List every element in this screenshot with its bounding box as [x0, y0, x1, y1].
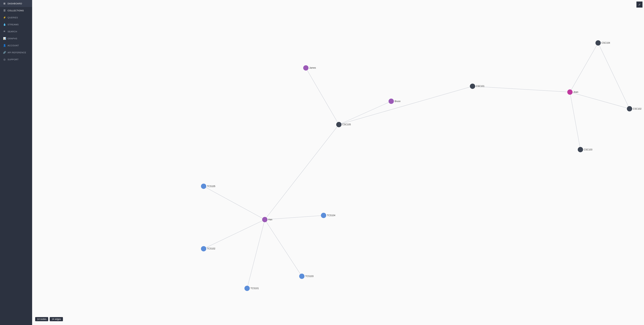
- node-label-Bruce: Bruce: [394, 100, 400, 102]
- node-circle-CSC105: [336, 122, 342, 127]
- node-label-CSC105: CSC105: [342, 123, 351, 126]
- sidebar-label-api-reference: API REFERENCE: [8, 52, 26, 54]
- sidebar-label-graphs: GRAPHS: [8, 38, 17, 40]
- edge-CSC104-CSC102: [598, 43, 630, 109]
- sidebar-label-search: SEARCH: [8, 30, 17, 33]
- edge-James-CSC105: [306, 68, 339, 124]
- node-label-CSC102: CSC102: [633, 108, 642, 110]
- node-circle-CSC103: [578, 147, 583, 152]
- sidebar-label-collections: COLLECTIONS: [8, 10, 24, 12]
- node-circle-TCS104: [321, 213, 326, 218]
- expand-button[interactable]: ⤢: [636, 2, 642, 8]
- node-James[interactable]: James: [303, 65, 316, 70]
- node-circle-James: [303, 65, 308, 70]
- dashboard-icon: ⊞: [3, 2, 6, 5]
- sidebar-item-collections[interactable]: ☰ COLLECTIONS: [0, 7, 32, 14]
- node-TCS104[interactable]: TCS104: [321, 213, 335, 218]
- node-CSC105[interactable]: CSC105: [336, 122, 351, 127]
- graph-canvas: JamesBruceCSC105CSC101JeanCSC104CSC102CS…: [32, 0, 644, 325]
- sidebar-item-search[interactable]: 👁 SEARCH: [0, 28, 32, 35]
- queries-icon: ⚡: [3, 16, 6, 19]
- edge-Jean-CSC104: [570, 43, 598, 92]
- node-circle-TCS103: [299, 274, 304, 279]
- edge-Jean-CSC103: [570, 92, 580, 150]
- node-CSC102[interactable]: CSC102: [627, 106, 642, 112]
- node-circle-CSC101: [470, 84, 475, 89]
- node-circle-CSC104: [596, 40, 601, 46]
- api-reference-icon: 🔗: [3, 51, 6, 54]
- node-label-TCS102: TCS102: [207, 247, 215, 250]
- node-label-Han: Han: [268, 218, 272, 221]
- node-TCS101[interactable]: TCS101: [244, 286, 259, 291]
- edge-CSC105-CSC101: [339, 86, 472, 124]
- sidebar-item-queries[interactable]: ⚡ QUERIES: [0, 14, 32, 21]
- support-icon: ◎: [3, 58, 6, 61]
- sidebar-label-dashboard: DASHBOARD: [8, 2, 22, 5]
- nodes-badge: 14 nodes: [35, 317, 48, 321]
- edge-CSC101-Jean: [472, 86, 570, 92]
- node-circle-TCS101: [244, 286, 250, 291]
- node-CSC104[interactable]: CSC104: [596, 40, 610, 46]
- node-label-CSC103: CSC103: [584, 148, 592, 151]
- graph-svg: JamesBruceCSC105CSC101JeanCSC104CSC102CS…: [32, 0, 644, 325]
- node-circle-TCS102: [201, 246, 206, 251]
- sidebar-label-queries: QUERIES: [8, 16, 18, 19]
- node-TCS102[interactable]: TCS102: [201, 246, 215, 251]
- edges-badge: 14 edges: [50, 317, 63, 321]
- node-circle-Jean: [567, 90, 572, 95]
- sidebar-label-streams: STREAMS: [8, 24, 19, 26]
- node-circle-Han: [262, 217, 268, 222]
- node-circle-Bruce: [388, 99, 394, 104]
- node-CSC103[interactable]: CSC103: [578, 147, 592, 152]
- expand-icon: ⤢: [638, 3, 640, 6]
- node-TCS103[interactable]: TCS103: [299, 274, 314, 279]
- search-icon: 👁: [3, 30, 6, 33]
- edge-Bruce-CSC105: [339, 101, 391, 124]
- edge-Han-TCS103: [265, 220, 302, 276]
- node-CSC101[interactable]: CSC101: [470, 84, 485, 89]
- edge-Han-TCS102: [204, 220, 265, 249]
- stats-bar: 14 nodes 14 edges: [35, 317, 63, 321]
- node-circle-TCS105: [201, 184, 206, 189]
- node-label-TCS101: TCS101: [250, 287, 259, 290]
- node-label-TCS105: TCS105: [207, 185, 215, 188]
- graphs-icon: 📊: [3, 37, 6, 40]
- node-circle-CSC102: [627, 106, 632, 112]
- sidebar-item-streams[interactable]: 💧 STREAMS: [0, 21, 32, 28]
- sidebar-item-graphs[interactable]: 📊 GRAPHS: [0, 35, 32, 42]
- account-icon: 👤: [3, 44, 6, 47]
- main-content: JamesBruceCSC105CSC101JeanCSC104CSC102CS…: [32, 0, 644, 325]
- sidebar-label-support: SUPPORT: [8, 58, 19, 61]
- edge-Han-TCS104: [265, 216, 324, 220]
- edge-Jean-CSC102: [570, 92, 630, 109]
- sidebar-item-api-reference[interactable]: 🔗 API REFERENCE: [0, 49, 32, 56]
- node-Bruce[interactable]: Bruce: [388, 99, 400, 104]
- edge-Han-TCS105: [204, 186, 265, 220]
- sidebar-item-support[interactable]: ◎ SUPPORT: [0, 56, 32, 63]
- node-label-TCS103: TCS103: [305, 275, 314, 278]
- node-label-TCS104: TCS104: [327, 214, 335, 217]
- node-Han[interactable]: Han: [262, 217, 272, 222]
- node-TCS105[interactable]: TCS105: [201, 184, 215, 189]
- node-label-CSC104: CSC104: [602, 42, 610, 44]
- edge-Han-TCS101: [247, 220, 265, 288]
- edge-CSC105-Han: [265, 124, 339, 220]
- collections-icon: ☰: [3, 9, 6, 12]
- sidebar-item-dashboard[interactable]: ⊞ DASHBOARD: [0, 0, 32, 7]
- streams-icon: 💧: [3, 23, 6, 26]
- node-label-CSC101: CSC101: [476, 85, 485, 88]
- sidebar-item-account[interactable]: 👤 ACCOUNT: [0, 42, 32, 49]
- sidebar: ⊞ DASHBOARD ☰ COLLECTIONS ⚡ QUERIES 💧 ST…: [0, 0, 32, 325]
- node-label-Jean: Jean: [573, 91, 578, 93]
- node-label-James: James: [309, 66, 316, 69]
- sidebar-label-account: ACCOUNT: [8, 44, 19, 47]
